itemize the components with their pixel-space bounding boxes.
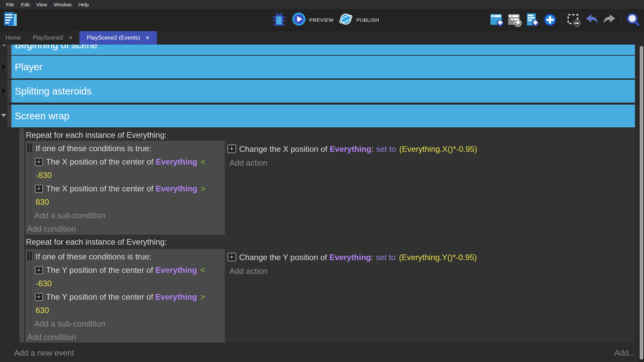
- undo-icon[interactable]: [584, 12, 600, 28]
- group-header-beginning-of-scene[interactable]: Beginning of scene: [11, 45, 635, 55]
- position-icon: [227, 144, 236, 156]
- toolbar-separator: [621, 12, 622, 27]
- position-icon: [227, 253, 236, 264]
- preview-label: PREVIEW: [309, 17, 334, 23]
- conditions-panel[interactable]: If one of these conditions is true: The …: [25, 249, 225, 343]
- group-gutter: [7, 80, 11, 103]
- condition-value: 630: [36, 305, 49, 316]
- scrollbar-thumb[interactable]: [640, 46, 643, 360]
- redo-icon[interactable]: [601, 12, 618, 28]
- gdevelop-window: File Edit View Window Help: [0, 0, 644, 362]
- publish-label: PUBLISH: [357, 17, 379, 23]
- or-condition-header[interactable]: If one of these conditions is true:: [28, 251, 152, 262]
- publish-globe-icon: [338, 12, 353, 27]
- group-header-player[interactable]: Player: [11, 56, 635, 78]
- position-icon: [35, 293, 43, 304]
- add-comment-icon[interactable]: [524, 12, 540, 28]
- position-icon: [35, 266, 43, 277]
- tab-playscene2[interactable]: PlayScene2 ✕: [26, 31, 79, 45]
- condition-row[interactable]: The Y position of the center ofEverythin…: [35, 264, 205, 277]
- menu-bar: File Edit View Window Help: [0, 0, 644, 9]
- or-condition-header[interactable]: If one of these conditions is true:: [28, 143, 152, 154]
- add-action-link[interactable]: Add action: [229, 157, 267, 169]
- close-icon[interactable]: ✕: [146, 35, 150, 41]
- add-sub-condition-link[interactable]: Add a sub-condition: [34, 318, 105, 329]
- group-title: Splitting asteroids: [11, 80, 635, 103]
- add-condition-link[interactable]: Add condition: [27, 223, 76, 235]
- or-icon: [28, 143, 32, 152]
- add-sub-condition-link[interactable]: Add a sub-condition: [34, 210, 105, 221]
- action-row[interactable]: Change the X position ofEverything:set t…: [227, 143, 477, 156]
- toolbar-center: PREVIEW PUBLISH: [271, 12, 379, 28]
- preview-play-icon: [292, 12, 306, 27]
- gdevelop-logo-icon[interactable]: [3, 11, 18, 28]
- expand-arrow-icon[interactable]: [1, 114, 6, 117]
- tab-label: PlayScene2: [33, 35, 63, 41]
- add-condition-link[interactable]: Add condition: [27, 331, 76, 343]
- action-row[interactable]: Change the Y position ofEverything:set t…: [227, 252, 477, 264]
- toolbar-separator: [562, 12, 562, 27]
- add-subevent-icon[interactable]: [506, 12, 523, 28]
- or-group-line: [30, 264, 31, 331]
- group-header-screen-wrap[interactable]: Screen wrap: [11, 105, 635, 127]
- condition-value: -630: [36, 278, 52, 289]
- conditions-panel[interactable]: If one of these conditions is true: The …: [25, 141, 225, 235]
- group-gutter: [7, 105, 11, 127]
- group-gutter: [7, 45, 11, 55]
- position-icon: [35, 158, 43, 169]
- repeat-event-header[interactable]: Repeat for each instance of Everything:: [26, 129, 167, 141]
- add-new-event-link[interactable]: Add a new event: [14, 347, 74, 359]
- preview-button[interactable]: PREVIEW: [292, 12, 334, 27]
- group-gutter: [7, 56, 11, 78]
- or-icon: [28, 252, 32, 260]
- scrollbar-track[interactable]: [639, 45, 644, 362]
- add-event-icon[interactable]: [489, 12, 505, 28]
- menu-view[interactable]: View: [33, 0, 50, 9]
- tab-bar: Home PlayScene2 ✕ PlayScene2 (Events) ✕: [0, 31, 644, 45]
- or-group-line: [30, 156, 31, 223]
- toolbar-right: [489, 12, 641, 28]
- group-header-splitting-asteroids[interactable]: Splitting asteroids: [11, 80, 635, 103]
- condition-row[interactable]: The Y position of the center ofEverythin…: [35, 291, 205, 304]
- condition-row[interactable]: The X position of the center ofEverythin…: [35, 156, 205, 169]
- publish-button[interactable]: PUBLISH: [338, 12, 379, 27]
- menu-window[interactable]: Window: [50, 0, 75, 9]
- collapse-arrow-icon[interactable]: [2, 64, 6, 70]
- condition-value: -830: [36, 170, 52, 181]
- add-action-link[interactable]: Add action: [229, 265, 267, 277]
- group-title: Screen wrap: [11, 105, 635, 127]
- search-icon[interactable]: [625, 12, 641, 28]
- debugger-button[interactable]: [271, 12, 287, 28]
- tab-playscene2-events[interactable]: PlayScene2 (Events) ✕: [79, 31, 157, 45]
- repeat-event-header[interactable]: Repeat for each instance of Everything:: [26, 236, 167, 248]
- tab-label: PlayScene2 (Events): [87, 35, 140, 41]
- events-sheet: Beginning of scene Player Splitting aste…: [0, 45, 644, 362]
- tab-home[interactable]: Home: [0, 31, 26, 45]
- expand-arrow-icon[interactable]: [2, 45, 6, 47]
- group-title: Player: [11, 56, 635, 78]
- collapse-arrow-icon[interactable]: [2, 88, 6, 94]
- menu-help[interactable]: Help: [75, 0, 92, 9]
- event-gutter: [19, 128, 24, 343]
- position-icon: [35, 184, 43, 196]
- add-circle-icon[interactable]: [542, 12, 558, 28]
- delete-event-icon[interactable]: [566, 12, 582, 28]
- add-more-link[interactable]: Add...: [614, 347, 635, 359]
- tab-label: Home: [5, 35, 20, 41]
- condition-row[interactable]: The X position of the center ofEverythin…: [35, 183, 205, 196]
- group-title: Beginning of scene: [11, 45, 635, 51]
- condition-value: 830: [36, 196, 49, 208]
- menu-edit[interactable]: Edit: [17, 0, 33, 9]
- close-icon[interactable]: ✕: [69, 35, 73, 41]
- menu-file[interactable]: File: [3, 0, 17, 9]
- toolbar: PREVIEW PUBLISH: [0, 9, 644, 31]
